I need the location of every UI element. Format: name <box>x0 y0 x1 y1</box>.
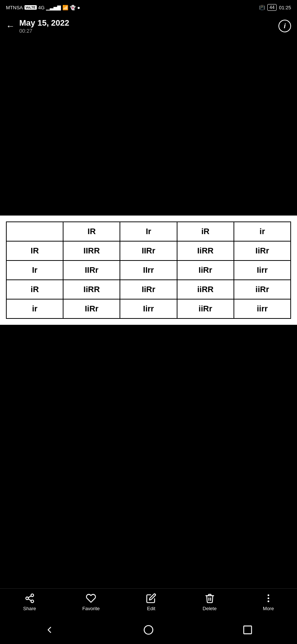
cell-iirr: iirr <box>234 299 291 318</box>
bottom-nav <box>0 618 297 644</box>
status-right: 📳 44 01:25 <box>259 4 291 11</box>
app-icon: ● <box>77 5 80 10</box>
delete-label: Delete <box>203 606 217 611</box>
row-label-Ir: Ir <box>6 260 63 280</box>
table-container: IR Ir iR ir IR IIRR IIRr IiRR IiRr Ir II… <box>0 216 297 325</box>
svg-line-3 <box>28 599 31 601</box>
back-button[interactable]: ← <box>6 21 15 31</box>
svg-point-7 <box>268 601 270 602</box>
trash-icon <box>205 593 215 603</box>
edit-icon <box>146 593 156 603</box>
cell-iiRr-2: iiRr <box>177 299 234 318</box>
battery-indicator: 44 <box>267 4 277 11</box>
row-label-ir: ir <box>6 299 63 318</box>
more-button[interactable]: More <box>263 593 274 611</box>
page-subtitle: 00:27 <box>19 28 278 34</box>
cell-IIRR: IIRR <box>63 241 120 260</box>
row-label-IR: IR <box>6 241 63 260</box>
status-left: MTNSA VoLTE 4G ▁▃▅▇ 📶 👻 ● <box>6 5 80 10</box>
share-button[interactable]: Share <box>23 593 36 611</box>
info-button[interactable]: i <box>278 20 291 32</box>
header-ir: ir <box>234 222 291 241</box>
table-row: iR IiRR IiRr iiRR iiRr <box>6 280 291 299</box>
cell-iiRR: iiRR <box>177 280 234 299</box>
carrier-text: MTNSA <box>6 5 23 10</box>
status-bar: MTNSA VoLTE 4G ▁▃▅▇ 📶 👻 ● 📳 44 01:25 <box>0 0 297 15</box>
header-Ir: Ir <box>120 222 177 241</box>
cell-IIrr: IIrr <box>120 260 177 280</box>
share-label: Share <box>23 606 36 611</box>
back-nav-icon <box>44 625 55 635</box>
recents-nav-button[interactable] <box>242 625 253 637</box>
wifi-icon: 📶 <box>62 5 68 10</box>
heart-icon <box>86 593 96 603</box>
svg-point-6 <box>268 598 270 599</box>
cell-IiRr-2: IiRr <box>177 260 234 280</box>
favorite-label: Favorite <box>82 606 100 611</box>
cell-IiRR2: IiRR <box>63 280 120 299</box>
cell-IIRr: IIRr <box>120 241 177 260</box>
signal-icon: ▁▃▅▇ <box>46 5 61 10</box>
header-iR: iR <box>177 222 234 241</box>
cell-IiRr-4: IiRr <box>63 299 120 318</box>
cell-iiRr-1: iiRr <box>234 280 291 299</box>
action-bar: Share Favorite Edit Delete More <box>0 588 297 614</box>
nav-bar: ← May 15, 2022 00:27 i <box>0 15 297 37</box>
home-nav-button[interactable] <box>143 625 154 637</box>
edit-button[interactable]: Edit <box>146 593 156 611</box>
back-nav-button[interactable] <box>44 625 55 637</box>
table-row: Ir IIRr IIrr IiRr Iirr <box>6 260 291 280</box>
vibrate-icon: 📳 <box>259 5 265 10</box>
row-label-iR: iR <box>6 280 63 299</box>
cell-Iirr2: Iirr <box>120 299 177 318</box>
edit-label: Edit <box>147 606 155 611</box>
home-circle-icon <box>143 625 154 635</box>
cell-IIRr2: IIRr <box>63 260 120 280</box>
share-icon <box>25 593 35 603</box>
volte-badge: VoLTE <box>25 5 37 10</box>
header-IR: IR <box>63 222 120 241</box>
delete-button[interactable]: Delete <box>203 593 217 611</box>
table-row: IR IIRR IIRr IiRR IiRr <box>6 241 291 260</box>
header-empty <box>6 222 63 241</box>
table-header-row: IR Ir iR ir <box>6 222 291 241</box>
cell-IiRR: IiRR <box>177 241 234 260</box>
time-text: 01:25 <box>279 5 291 10</box>
svg-line-4 <box>28 596 31 598</box>
svg-point-5 <box>268 595 270 596</box>
network-text: 4G <box>38 5 45 10</box>
snapchat-icon: 👻 <box>70 5 76 10</box>
cell-Iirr: Iirr <box>234 260 291 280</box>
cell-IiRr-1: IiRr <box>234 241 291 260</box>
more-dots-icon <box>263 593 274 603</box>
genetics-table: IR Ir iR ir IR IIRR IIRr IiRR IiRr Ir II… <box>6 221 291 319</box>
nav-title-group: May 15, 2022 00:27 <box>19 18 278 34</box>
svg-point-8 <box>144 625 153 634</box>
black-space-top <box>0 37 297 216</box>
table-row: ir IiRr Iirr iiRr iirr <box>6 299 291 318</box>
page-title: May 15, 2022 <box>19 18 278 28</box>
more-label: More <box>263 606 274 611</box>
black-space-bottom <box>0 325 297 559</box>
cell-IiRr-3: IiRr <box>120 280 177 299</box>
recents-square-icon <box>242 625 253 635</box>
svg-rect-9 <box>244 626 251 634</box>
favorite-button[interactable]: Favorite <box>82 593 100 611</box>
